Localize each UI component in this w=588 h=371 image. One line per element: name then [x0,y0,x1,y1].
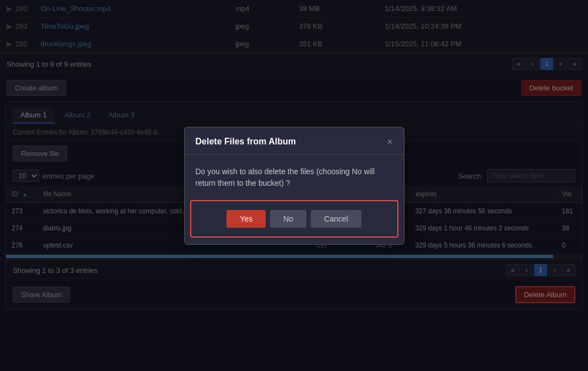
modal-overlay: Delete Files from Album × Do you wish to… [0,0,588,371]
modal-cancel-button[interactable]: Cancel [311,210,362,228]
delete-files-modal: Delete Files from Album × Do you wish to… [184,127,404,245]
modal-title: Delete Files from Album [196,137,296,147]
modal-header: Delete Files from Album × [185,127,404,155]
modal-no-button[interactable]: No [270,210,306,228]
modal-yes-button[interactable]: Yes [226,210,266,228]
modal-body: Do you wish to also delete the files (ch… [185,155,404,200]
modal-footer: Yes No Cancel [190,200,398,238]
modal-close-button[interactable]: × [387,136,393,148]
modal-body-text: Do you wish to also delete the files (ch… [196,167,375,187]
